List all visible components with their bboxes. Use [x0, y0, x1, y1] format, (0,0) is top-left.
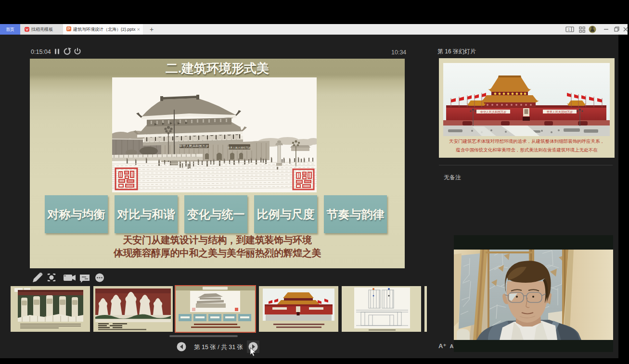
- svg-text:中华人民共和国万岁: 中华人民共和国万岁: [480, 110, 506, 114]
- svg-text:中华人民共和国万岁: 中华人民共和国万岁: [180, 144, 208, 148]
- svg-text:1: 1: [568, 28, 570, 31]
- svg-text:世界人民大团结万岁: 世界人民大团结万岁: [547, 110, 573, 114]
- svg-text:世界人民大团结万岁: 世界人民大团结万岁: [228, 146, 251, 150]
